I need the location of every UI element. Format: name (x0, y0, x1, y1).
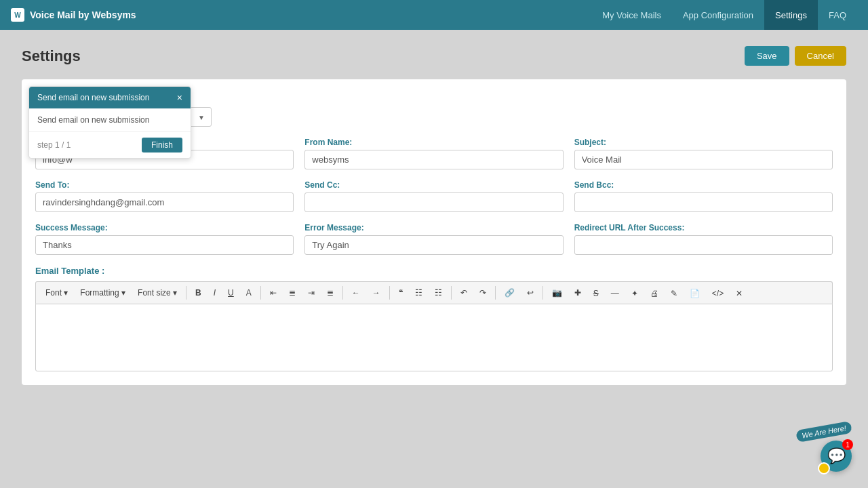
table-btn[interactable]: ✚ (569, 285, 587, 300)
form-row-3: Success Message: Error Message: Redirect… (35, 223, 833, 255)
from-name-group: From Name: (304, 138, 563, 169)
ol-btn[interactable]: ☷ (410, 285, 428, 300)
error-message-input[interactable] (304, 235, 563, 255)
from-name-input[interactable] (304, 150, 563, 169)
toolbar-sep-3 (342, 286, 343, 300)
chat-widget: We Are Here! 💬 1 (796, 426, 852, 472)
blockquote-btn[interactable]: ❝ (393, 285, 408, 300)
error-message-group: Error Message: (304, 223, 563, 255)
nav-app-configuration[interactable]: App Configuration (672, 0, 764, 30)
success-message-label: Success Message: (35, 223, 294, 232)
redirect-url-label: Redirect URL After Success: (574, 223, 833, 232)
tooltip-footer: step 1 / 1 Finish (29, 131, 191, 158)
template-btn[interactable]: 📄 (684, 286, 705, 301)
brand-icon: W (11, 8, 24, 22)
email-template-section: Email Template : Font ▾ Formatting ▾ Fon… (35, 266, 833, 371)
subject-label: Subject: (574, 138, 833, 147)
font-color-btn[interactable]: A (241, 285, 257, 300)
edit-btn[interactable]: ✎ (665, 286, 683, 301)
fontsize-dropdown[interactable]: Font size ▾ (132, 285, 182, 300)
tooltip-close-icon[interactable]: × (177, 92, 182, 103)
redirect-url-input[interactable] (574, 235, 833, 255)
send-bcc-input[interactable] (574, 192, 833, 212)
outdent-btn[interactable]: ← (347, 285, 366, 300)
send-cc-group: Send Cc: (304, 180, 563, 212)
toolbar-sep-2 (260, 286, 261, 300)
align-right-btn[interactable]: ⇥ (302, 285, 320, 300)
send-cc-input[interactable] (304, 192, 563, 212)
toolbar-row-2: S — ✦ 🖨 ✎ 📄 </> ✕ (588, 286, 748, 301)
top-nav: W Voice Mail by Websyms My Voice Mails A… (0, 0, 868, 30)
align-justify-btn[interactable]: ≣ (321, 285, 339, 300)
font-dropdown[interactable]: Font ▾ (40, 285, 73, 300)
clear-btn[interactable]: ✕ (730, 286, 748, 301)
send-to-group: Send To: (35, 180, 294, 212)
page-header: Settings Save Cancel (22, 46, 846, 66)
ul-btn[interactable]: ☷ (429, 285, 448, 300)
source-btn[interactable]: </> (707, 286, 729, 301)
send-cc-label: Send Cc: (304, 180, 563, 190)
italic-btn[interactable]: I (208, 285, 221, 300)
editor-toolbar: Font ▾ Formatting ▾ Font size ▾ B I U A … (35, 281, 833, 304)
nav-links: My Voice Mails App Configuration Setting… (591, 0, 857, 30)
brand-label: Voice Mail by Websyms (30, 9, 136, 20)
bold-btn[interactable]: B (190, 285, 207, 300)
align-left-btn[interactable]: ⇤ (264, 285, 282, 300)
image-btn[interactable]: 📷 (547, 285, 568, 300)
redo-btn[interactable]: ↷ (474, 285, 492, 300)
toolbar-sep-6 (495, 286, 496, 300)
redirect-url-group: Redirect URL After Success: (574, 223, 833, 255)
finish-button[interactable]: Finish (142, 138, 182, 152)
header-buttons: Save Cancel (745, 46, 846, 66)
chat-coin (818, 462, 830, 474)
email-template-label: Email Template : (35, 266, 833, 276)
brand: W Voice Mail by Websyms (11, 8, 591, 22)
toolbar-sep-1 (186, 286, 186, 300)
hr-btn[interactable]: — (606, 286, 625, 301)
link-btn[interactable]: 🔗 (499, 285, 520, 300)
tooltip-body: Send email on new submission (29, 108, 191, 131)
tooltip-title: Send email on new submission (37, 93, 149, 102)
print-btn[interactable]: 🖨 (645, 286, 664, 301)
tooltip-header: Send email on new submission × (29, 87, 191, 108)
underline-btn[interactable]: U (222, 285, 239, 300)
page-title: Settings (22, 47, 81, 65)
tooltip-body-text: Send email on new submission (37, 115, 149, 125)
toolbar-sep-7 (542, 286, 543, 300)
form-row-2: Send To: Send Cc: Send Bcc: (35, 180, 833, 212)
special-char-btn[interactable]: ✦ (626, 286, 644, 301)
toolbar-row-1: Font ▾ Formatting ▾ Font size ▾ B I U A … (40, 285, 587, 300)
tooltip-step: step 1 / 1 (37, 140, 71, 150)
nav-faq[interactable]: FAQ (818, 0, 857, 30)
toolbar-sep-5 (451, 286, 452, 300)
formatting-dropdown[interactable]: Formatting ▾ (75, 285, 131, 300)
indent-btn[interactable]: → (367, 285, 386, 300)
nav-my-voice-mails[interactable]: My Voice Mails (591, 0, 672, 30)
chat-bubble[interactable]: 💬 1 (821, 441, 852, 472)
error-message-label: Error Message: (304, 223, 563, 232)
chat-badge: 1 (842, 439, 853, 450)
save-button[interactable]: Save (745, 46, 789, 66)
tooltip-card: Send email on new submission × Send emai… (28, 86, 191, 159)
from-name-label: From Name: (304, 138, 563, 147)
send-bcc-label: Send Bcc: (574, 180, 833, 190)
unlink-btn[interactable]: ↩ (521, 285, 539, 300)
subject-group: Subject: (574, 138, 833, 169)
undo-btn[interactable]: ↶ (455, 285, 473, 300)
cancel-button[interactable]: Cancel (795, 46, 846, 66)
subject-input[interactable] (574, 150, 833, 169)
page-content: Settings Save Cancel Send email on new s… (0, 30, 868, 488)
editor-area[interactable] (35, 304, 833, 371)
nav-settings[interactable]: Settings (764, 0, 818, 30)
settings-form: Send email on new submission × Send emai… (22, 79, 846, 385)
success-message-input[interactable] (35, 235, 294, 255)
send-to-label: Send To: (35, 180, 294, 190)
success-message-group: Success Message: (35, 223, 294, 255)
send-to-input[interactable] (35, 192, 294, 212)
toolbar-sep-4 (389, 286, 390, 300)
align-center-btn[interactable]: ≣ (283, 285, 301, 300)
send-bcc-group: Send Bcc: (574, 180, 833, 212)
chat-icon: 💬 (827, 447, 846, 465)
strikethrough-btn[interactable]: S (588, 286, 604, 301)
